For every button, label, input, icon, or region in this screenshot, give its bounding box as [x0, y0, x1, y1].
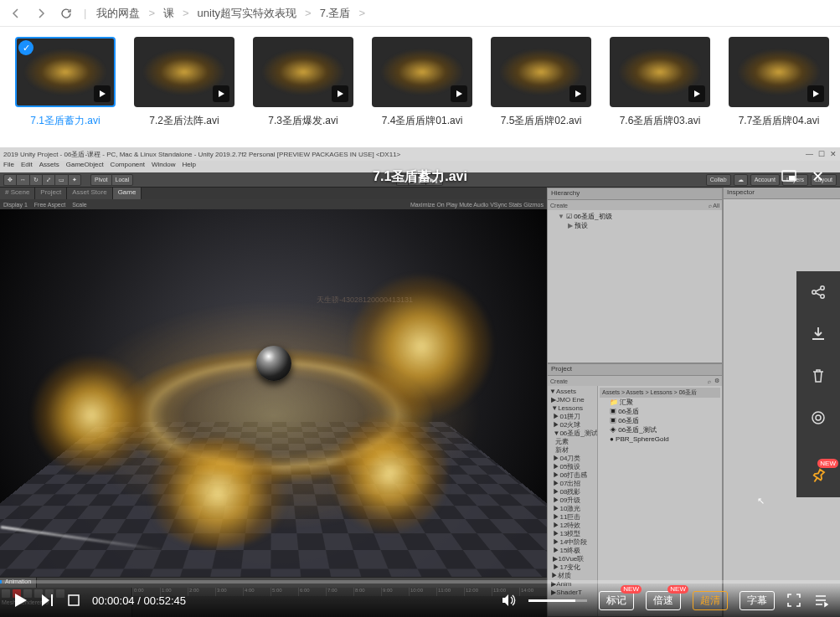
thumbnail-label: 7.3圣盾爆发.avi: [253, 114, 353, 128]
video-player: 2019 Unity Project - 06圣盾-课程 - PC, Mac &…: [0, 147, 840, 617]
hand-tool-button[interactable]: ✥: [3, 174, 16, 186]
close-icon[interactable]: ✕: [830, 150, 837, 158]
play-icon: [688, 85, 705, 102]
thumbnail-2[interactable]: 7.3圣盾爆发.avi: [253, 37, 353, 128]
menu-component[interactable]: Component: [111, 161, 145, 172]
settings-button[interactable]: [796, 397, 840, 439]
tab-asset-store[interactable]: Asset Store: [67, 188, 112, 199]
move-tool-button[interactable]: ↔: [16, 174, 29, 186]
playlist-button[interactable]: [813, 593, 828, 608]
share-button[interactable]: [796, 271, 840, 313]
fullscreen-button[interactable]: [786, 593, 801, 608]
delete-button[interactable]: [796, 355, 840, 397]
tab-scene[interactable]: # Scene: [0, 188, 35, 199]
watermark: 天生骄-43028120000413131: [317, 295, 413, 306]
video-content: 2019 Unity Project - 06圣盾-课程 - PC, Mac &…: [0, 147, 840, 617]
aspect-dropdown[interactable]: Free Aspect: [34, 202, 65, 208]
speed-button[interactable]: 倍速NEW: [646, 591, 681, 610]
play-button[interactable]: [12, 592, 28, 609]
next-button[interactable]: [40, 593, 55, 608]
nav-refresh-button[interactable]: [59, 6, 74, 21]
breadcrumb-item-1[interactable]: unity超写实特效表现: [198, 6, 296, 21]
project-file[interactable]: ● PBR_SphereGold: [600, 434, 720, 444]
unity-title: 2019 Unity Project - 06圣盾-课程 - PC, Mac &…: [3, 150, 400, 159]
breadcrumb-item-2[interactable]: 7.圣盾: [320, 6, 351, 21]
nav-forward-button[interactable]: [33, 6, 49, 21]
rotate-tool-button[interactable]: ↻: [29, 174, 42, 186]
svg-point-7: [812, 412, 824, 424]
menu-help[interactable]: Help: [182, 161, 195, 172]
time-display: 00:00:04 / 00:52:45: [92, 594, 186, 607]
project-file[interactable]: 📁 汇聚: [600, 398, 720, 407]
thumbnail-0[interactable]: ✓ 7.1圣盾蓄力.avi: [15, 37, 116, 128]
scene-row[interactable]: ▼☑ 06圣盾_初级: [549, 212, 720, 221]
svg-point-8: [816, 415, 821, 420]
breadcrumb-root[interactable]: 我的网盘: [96, 6, 140, 21]
breadcrumb: 我的网盘 > 课 > unity超写实特效表现 > 7.圣盾 >: [96, 6, 365, 21]
create-dropdown[interactable]: Create: [550, 378, 568, 384]
menu-gameobject[interactable]: GameObject: [66, 161, 104, 172]
project-file[interactable]: ◈ 06圣盾_测试: [600, 425, 720, 434]
check-icon: ✓: [18, 40, 33, 55]
hierarchy-tab[interactable]: Hierarchy: [548, 188, 722, 200]
thumbnail-label: 7.4圣盾盾牌01.avi: [372, 114, 472, 128]
search-icon[interactable]: ⌕: [708, 378, 711, 384]
volume-button[interactable]: [500, 592, 517, 609]
create-dropdown[interactable]: Create: [550, 203, 568, 208]
subtitle-button[interactable]: 字幕: [740, 591, 775, 610]
maximize-icon[interactable]: ☐: [818, 150, 825, 158]
inspector-tab[interactable]: Inspector: [724, 188, 840, 199]
play-icon: [451, 85, 467, 102]
cloud-icon[interactable]: ☁: [734, 174, 748, 186]
pivot-button[interactable]: Pivot: [90, 174, 111, 186]
thumbnail-4[interactable]: 7.5圣盾盾牌02.avi: [491, 37, 591, 128]
play-icon: [807, 85, 824, 102]
menu-file[interactable]: File: [3, 161, 14, 172]
local-button[interactable]: Local: [111, 174, 134, 186]
filter-icon[interactable]: ⚙: [714, 378, 719, 384]
nav-back-button[interactable]: [8, 6, 23, 21]
thumbnail-label: 7.2圣盾法阵.avi: [134, 114, 234, 128]
menu-edit[interactable]: Edit: [21, 161, 33, 172]
project-file[interactable]: ▣ 06圣盾: [600, 407, 720, 416]
tab-project[interactable]: Project: [35, 188, 67, 199]
thumbnail-5[interactable]: 7.6圣盾盾牌03.avi: [610, 37, 710, 128]
pin-button[interactable]: NEW: [796, 455, 840, 497]
svg-rect-2: [51, 594, 53, 606]
project-file[interactable]: ▣ 06圣盾: [600, 416, 720, 425]
unity-tabs: # Scene Project Asset Store Game: [0, 188, 547, 199]
search-icon[interactable]: ⌕ All: [709, 203, 719, 208]
top-nav: | 我的网盘 > 课 > unity超写实特效表现 > 7.圣盾 >: [0, 0, 840, 27]
thumbnail-1[interactable]: 7.2圣盾法阵.avi: [134, 37, 234, 128]
display-dropdown[interactable]: Display 1: [3, 202, 28, 208]
pip-button[interactable]: [778, 166, 800, 188]
project-panel: Project Create⌕⚙ ▼Assets ▶JMO Ene ▼Lesso…: [547, 363, 723, 617]
close-player-button[interactable]: ✕: [807, 166, 828, 188]
project-breadcrumb[interactable]: Assets > Assets > Lessons > 06圣盾: [600, 388, 720, 398]
stop-button[interactable]: [67, 594, 80, 607]
project-tab[interactable]: Project: [548, 364, 722, 376]
menu-window[interactable]: Window: [152, 161, 175, 172]
volume-slider[interactable]: [528, 599, 587, 602]
thumbnail-3[interactable]: 7.4圣盾盾牌01.avi: [372, 37, 472, 128]
gameview-options[interactable]: Maximize On Play Mute Audio VSync Stats …: [410, 202, 544, 208]
thumbnail-label: 7.7圣盾盾牌04.avi: [729, 114, 829, 128]
nav-separator: |: [84, 7, 86, 19]
scale-label: Scale: [72, 202, 87, 208]
account-button[interactable]: Account: [750, 174, 780, 186]
quality-button[interactable]: 超清: [693, 591, 728, 610]
collab-button[interactable]: Collab: [706, 174, 731, 186]
thumbnail-6[interactable]: 7.7圣盾盾牌04.avi: [729, 37, 829, 128]
play-icon: [332, 85, 348, 102]
tab-game[interactable]: Game: [113, 188, 142, 199]
minimize-icon[interactable]: —: [806, 150, 813, 158]
breadcrumb-item-0[interactable]: 课: [163, 6, 174, 21]
thumbnail-label: 7.1圣盾蓄力.avi: [15, 114, 116, 128]
marker-button[interactable]: 标记NEW: [599, 591, 634, 610]
transform-tool-button[interactable]: ✦: [68, 174, 81, 186]
rect-tool-button[interactable]: ▭: [54, 174, 68, 186]
scale-tool-button[interactable]: ⤢: [42, 174, 54, 186]
menu-assets[interactable]: Assets: [39, 161, 59, 172]
hierarchy-item[interactable]: ▶预设: [549, 221, 692, 363]
download-button[interactable]: [796, 313, 840, 355]
